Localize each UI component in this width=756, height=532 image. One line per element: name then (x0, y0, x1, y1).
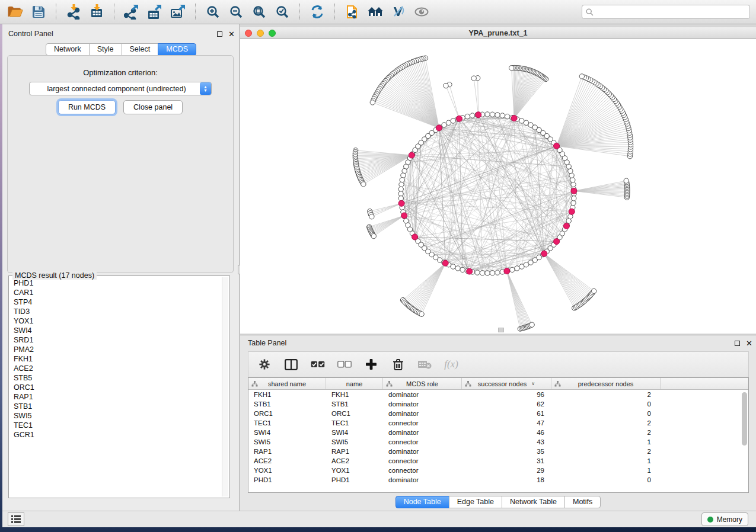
select-all-columns-button[interactable] (309, 355, 327, 373)
network-node[interactable] (510, 267, 515, 272)
network-satellite-node[interactable] (579, 74, 584, 79)
canvas-resize-grip[interactable] (498, 328, 504, 332)
network-node[interactable] (451, 264, 455, 269)
zoom-fit-button[interactable] (250, 3, 269, 21)
criterion-select[interactable]: largest connected component (undirected)… (29, 82, 212, 95)
export-image-button[interactable] (168, 3, 187, 21)
network-node[interactable] (485, 271, 490, 275)
import-network-button[interactable] (64, 3, 83, 21)
mcds-result-item[interactable]: STP4 (10, 297, 221, 307)
network-node[interactable] (470, 113, 474, 118)
network-node[interactable] (398, 196, 403, 201)
tab-motifs[interactable]: Motifs (564, 496, 601, 508)
network-satellite-node[interactable] (419, 312, 424, 316)
task-history-button[interactable] (8, 512, 24, 526)
network-hub-node[interactable] (511, 116, 517, 121)
table-row[interactable]: FKH1FKH1dominator962 (248, 390, 748, 399)
network-node[interactable] (398, 191, 403, 196)
network-node[interactable] (515, 266, 519, 271)
network-satellite-node[interactable] (369, 214, 374, 219)
table-row[interactable]: ORC1ORC1dominator610 (248, 409, 748, 418)
tab-node-table[interactable]: Node Table (395, 496, 449, 508)
column-header-name[interactable]: name (326, 378, 383, 389)
houses-button[interactable] (366, 3, 385, 21)
tab-network-table[interactable]: Network Table (502, 496, 565, 508)
mcds-result-item[interactable]: CAR1 (10, 288, 221, 297)
mcds-result-item[interactable]: SWI4 (10, 326, 221, 335)
save-session-button[interactable] (29, 3, 48, 21)
network-hub-node[interactable] (571, 188, 577, 194)
network-node[interactable] (485, 112, 490, 117)
memory-button[interactable]: Memory (701, 512, 748, 526)
mcds-result-item[interactable]: YOX1 (10, 316, 221, 326)
v-slash-button[interactable] (389, 3, 408, 21)
network-satellite-node[interactable] (370, 100, 375, 105)
network-satellite-node[interactable] (361, 182, 366, 187)
mcds-result-item[interactable]: SWI5 (10, 411, 221, 421)
open-file-button[interactable] (6, 3, 25, 21)
network-hub-node[interactable] (409, 152, 414, 158)
network-node[interactable] (524, 120, 528, 125)
network-hub-node[interactable] (456, 116, 462, 121)
network-satellite-node[interactable] (371, 233, 376, 238)
network-node[interactable] (451, 118, 455, 123)
network-hub-node[interactable] (541, 251, 547, 257)
network-node[interactable] (400, 178, 404, 182)
table-scrollbar-thumb[interactable] (742, 392, 747, 446)
network-hub-node[interactable] (554, 143, 560, 149)
import-table-button[interactable] (87, 3, 106, 21)
mcds-result-item[interactable]: RAP1 (10, 392, 221, 402)
network-node[interactable] (495, 113, 500, 117)
network-satellite-node[interactable] (591, 289, 596, 293)
network-node[interactable] (480, 271, 484, 275)
network-satellite-node[interactable] (529, 322, 534, 327)
deselect-all-columns-button[interactable] (336, 355, 353, 373)
network-hub-node[interactable] (442, 260, 448, 266)
network-node[interactable] (399, 182, 404, 187)
table-row[interactable]: SWI4SWI4dominator462 (248, 428, 748, 437)
table-row[interactable]: YOX1YOX1connector291 (248, 466, 748, 475)
network-node[interactable] (519, 264, 524, 269)
network-node[interactable] (490, 112, 495, 117)
settings-gear-button[interactable] (256, 355, 273, 373)
network-hub-node[interactable] (563, 223, 569, 229)
network-node[interactable] (571, 182, 576, 187)
tab-style[interactable]: Style (89, 43, 122, 56)
network-node[interactable] (455, 266, 460, 271)
network-node[interactable] (570, 178, 575, 182)
network-node[interactable] (571, 200, 576, 205)
close-panel-button[interactable]: Close panel (123, 100, 183, 114)
eye-button[interactable] (412, 3, 431, 21)
network-hub-node[interactable] (436, 125, 442, 131)
float-panel-icon[interactable] (217, 31, 222, 37)
network-view[interactable] (240, 39, 756, 334)
table-row[interactable]: TEC1TEC1connector472 (248, 418, 748, 428)
network-node[interactable] (490, 271, 495, 275)
network-node[interactable] (505, 114, 509, 118)
mcds-result-item[interactable]: FKH1 (10, 354, 221, 364)
network-hub-node[interactable] (412, 234, 418, 240)
float-table-panel-icon[interactable] (735, 341, 740, 346)
network-hub-node[interactable] (476, 112, 481, 118)
table-row[interactable]: RAP1RAP1dominator352 (248, 447, 748, 456)
network-hub-node[interactable] (554, 239, 560, 245)
network-node[interactable] (519, 118, 524, 123)
network-node[interactable] (398, 187, 403, 191)
network-hub-node[interactable] (398, 200, 404, 206)
table-row[interactable]: SWI5SWI5connector431 (248, 437, 748, 447)
tab-network[interactable]: Network (46, 43, 90, 56)
mcds-result-item[interactable]: GCR1 (10, 430, 221, 440)
column-header-shared-name[interactable]: shared name (248, 378, 326, 389)
tab-select[interactable]: Select (122, 43, 159, 56)
run-mcds-button[interactable]: Run MCDS (58, 100, 116, 114)
mcds-result-item[interactable]: STB5 (10, 373, 221, 383)
mcds-result-item[interactable]: TID3 (10, 307, 221, 316)
zoom-in-button[interactable] (203, 3, 222, 21)
tab-edge-table[interactable]: Edge Table (449, 496, 502, 508)
mcds-result-item[interactable]: STB1 (10, 402, 221, 411)
network-hub-node[interactable] (504, 268, 510, 274)
zoom-out-button[interactable] (227, 3, 245, 21)
network-satellite-node[interactable] (471, 76, 476, 81)
add-column-button[interactable] (362, 355, 380, 373)
search-input[interactable] (596, 8, 746, 16)
